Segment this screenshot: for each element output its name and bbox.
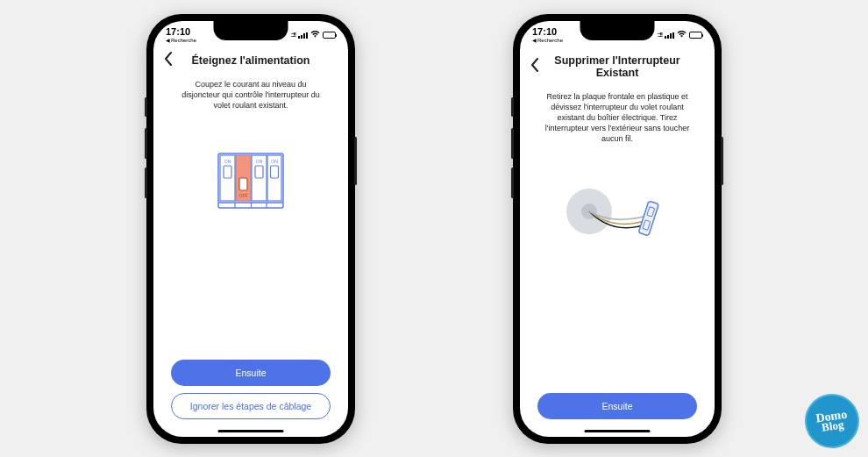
phone-power-button	[354, 137, 357, 185]
screen: 17:10 ◀ Recherche ::!! Supprimer l'Inter…	[520, 21, 715, 437]
carrier-indicator-icon: ::!!	[291, 32, 295, 38]
logo-text-2: Blog	[822, 420, 845, 432]
status-time: 17:10	[532, 27, 557, 37]
footer-actions: Ensuite Ignorer les étapes de câblage	[153, 360, 348, 437]
breadcrumb-back[interactable]: ◀ Recherche	[532, 38, 563, 43]
home-indicator[interactable]	[218, 430, 284, 432]
content-area: Coupez le courant au niveau du disjoncte…	[153, 74, 348, 360]
phone-power-button	[721, 137, 723, 185]
page-header: Supprimer l'Interrupteur Existant	[520, 49, 715, 86]
page-header: Éteignez l'alimentation	[153, 49, 348, 74]
page-title: Éteignez l'alimentation	[164, 54, 338, 67]
phone-mockup-left: 17:10 ◀ Recherche ::!! Éteignez l'alimen…	[146, 14, 355, 444]
wifi-icon	[677, 31, 687, 39]
home-indicator[interactable]	[585, 430, 651, 432]
battery-icon	[323, 32, 336, 39]
phone-volume-down	[145, 168, 147, 198]
wifi-icon	[310, 31, 320, 39]
instruction-text: Retirez la plaque frontale en plastique …	[539, 91, 695, 145]
svg-rect-9	[255, 166, 263, 178]
svg-rect-19	[638, 201, 658, 236]
back-button[interactable]	[530, 58, 539, 75]
notch	[580, 21, 655, 40]
svg-text:ON: ON	[256, 159, 263, 164]
svg-text:OFF: OFF	[239, 193, 248, 198]
carrier-indicator-icon: ::!!	[658, 32, 662, 38]
phone-mute-switch	[511, 97, 514, 117]
cellular-signal-icon	[298, 32, 308, 39]
phone-volume-up	[511, 128, 514, 159]
phone-mute-switch	[145, 97, 147, 117]
remove-switch-illustration	[563, 170, 672, 253]
svg-text:ON: ON	[224, 159, 231, 164]
breadcrumb-back[interactable]: ◀ Recherche	[166, 38, 196, 43]
battery-icon	[689, 32, 702, 39]
back-button[interactable]	[164, 52, 173, 69]
site-logo-badge: Domo Blog	[801, 390, 863, 452]
phone-mockup-right: 17:10 ◀ Recherche ::!! Supprimer l'Inter…	[513, 14, 722, 444]
instruction-text: Coupez le courant au niveau du disjoncte…	[173, 79, 329, 111]
phone-volume-up	[145, 128, 147, 159]
circuit-breaker-illustration: ON ON ON OFF	[217, 137, 285, 220]
notch	[214, 21, 288, 40]
phone-volume-down	[511, 168, 514, 198]
next-button[interactable]: Ensuite	[171, 360, 331, 386]
screen: 17:10 ◀ Recherche ::!! Éteignez l'alimen…	[153, 21, 348, 437]
svg-text:ON: ON	[271, 159, 278, 164]
cellular-signal-icon	[665, 32, 674, 39]
content-area: Retirez la plaque frontale en plastique …	[520, 86, 715, 393]
page-title: Supprimer l'Interrupteur Existant	[530, 54, 704, 79]
skip-wiring-button[interactable]: Ignorer les étapes de câblage	[171, 393, 331, 419]
next-button[interactable]: Ensuite	[537, 393, 697, 419]
svg-rect-10	[271, 166, 279, 178]
svg-rect-8	[224, 166, 231, 178]
svg-rect-12	[239, 178, 247, 190]
status-time: 17:10	[166, 27, 190, 37]
